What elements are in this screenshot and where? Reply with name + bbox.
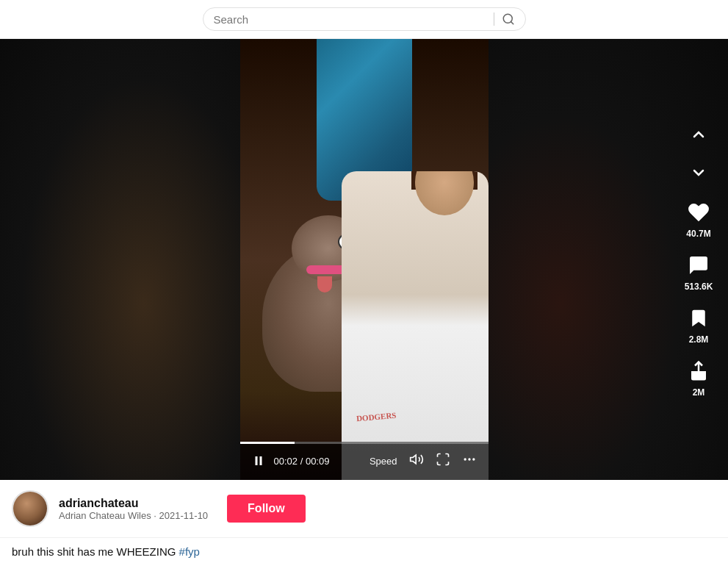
- user-info-bar: adrianchateau Adrian Chateau Wiles · 202…: [0, 480, 728, 538]
- controls-right: Speed: [370, 452, 477, 470]
- chevron-up-icon: [690, 126, 707, 143]
- caption-main: bruh this shit has me WHEEZING: [12, 545, 179, 558]
- side-actions: 40.7M 513.6K 2.8M: [684, 121, 713, 398]
- caption-area: bruh this shit has me WHEEZING #fyp: [0, 538, 728, 566]
- pause-button[interactable]: [252, 454, 265, 467]
- share-icon: [684, 356, 713, 386]
- time-current: 00:02: [274, 456, 298, 467]
- svg-line-1: [511, 21, 513, 24]
- time-total: 00:09: [306, 456, 330, 467]
- video-scene: DODGERS: [240, 39, 489, 480]
- svg-rect-3: [259, 456, 262, 465]
- user-subtext: Adrian Chateau Wiles · 2021-11-10: [59, 510, 208, 521]
- fullscreen-button[interactable]: [436, 452, 450, 470]
- follow-button[interactable]: Follow: [227, 495, 306, 523]
- time-display: 00:02 / 00:09: [274, 456, 330, 467]
- person-head: [415, 171, 474, 215]
- heart-icon: [684, 198, 713, 227]
- comment-count: 513.6K: [685, 281, 713, 292]
- save-button[interactable]: 2.8M: [684, 304, 713, 345]
- svg-point-5: [464, 458, 466, 460]
- speed-button[interactable]: Speed: [370, 456, 397, 467]
- svg-point-6: [468, 458, 470, 460]
- volume-icon: [409, 452, 424, 467]
- progress-bar-container: [240, 442, 489, 444]
- dog-tongue: [317, 276, 332, 293]
- username[interactable]: adrianchateau: [59, 497, 208, 510]
- date-separator: ·: [154, 510, 159, 521]
- video-right-bg: 40.7M 513.6K 2.8M: [489, 39, 729, 480]
- video-left-bg: [0, 39, 240, 480]
- prev-video-button[interactable]: [685, 121, 712, 148]
- user-details: adrianchateau Adrian Chateau Wiles · 202…: [59, 497, 208, 521]
- chevron-down-icon: [690, 164, 707, 182]
- share-count: 2M: [693, 387, 705, 398]
- svg-point-7: [472, 458, 475, 460]
- pause-icon: [252, 454, 265, 467]
- bookmark-icon: [684, 304, 713, 333]
- caption-text: bruh this shit has me WHEEZING #fyp: [12, 545, 200, 558]
- video-controls: 00:02 / 00:09 Speed: [240, 442, 489, 480]
- shirt-text: DODGERS: [356, 411, 396, 423]
- avatar[interactable]: [12, 490, 48, 527]
- search-input[interactable]: [214, 13, 486, 26]
- progress-bar-fill: [240, 442, 295, 444]
- like-count: 40.7M: [686, 229, 710, 239]
- avatar-image: [13, 492, 47, 525]
- time-separator: /: [300, 456, 306, 467]
- display-name: Adrian Chateau Wiles: [59, 510, 151, 521]
- next-video-button[interactable]: [685, 159, 712, 186]
- header: [0, 0, 728, 39]
- video-frame: DODGERS 00:02 / 00:09 Speed: [240, 39, 489, 480]
- like-button[interactable]: 40.7M: [684, 198, 713, 239]
- person-figure: DODGERS: [342, 171, 489, 480]
- volume-button[interactable]: [409, 452, 424, 470]
- comment-button[interactable]: 513.6K: [684, 251, 713, 292]
- more-options-icon: [462, 452, 477, 467]
- more-options-button[interactable]: [462, 452, 477, 470]
- search-button[interactable]: [502, 12, 515, 26]
- save-count: 2.8M: [689, 334, 709, 345]
- share-button[interactable]: 2M: [684, 356, 713, 398]
- caption-hashtag[interactable]: #fyp: [179, 545, 200, 558]
- svg-marker-4: [410, 455, 416, 464]
- post-date: 2021-11-10: [159, 510, 209, 521]
- fullscreen-icon: [436, 452, 450, 467]
- comment-icon: [684, 251, 713, 280]
- search-icon: [502, 12, 515, 26]
- search-divider: [494, 12, 494, 26]
- search-bar: [203, 7, 526, 31]
- video-container: DODGERS 00:02 / 00:09 Speed: [0, 39, 728, 480]
- svg-rect-2: [255, 456, 257, 465]
